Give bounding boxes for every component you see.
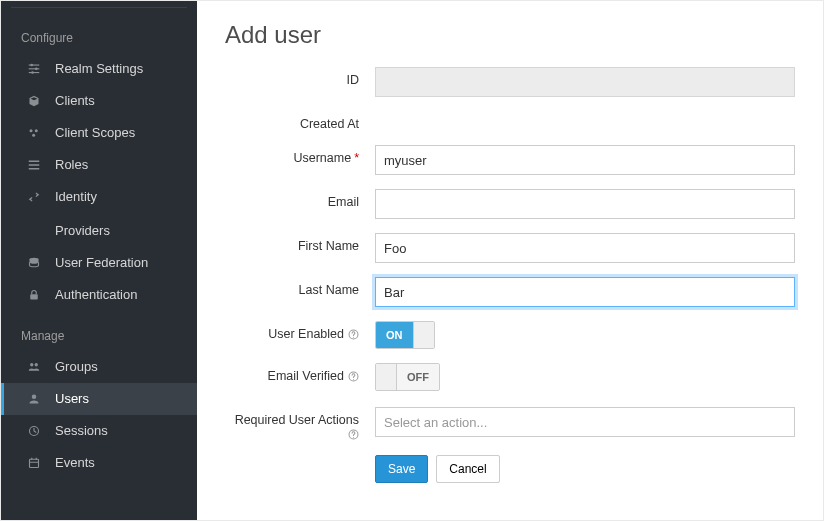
sidebar-item-client-scopes[interactable]: Client Scopes <box>1 117 197 149</box>
required-star: * <box>354 151 359 165</box>
sidebar-item-clients[interactable]: Clients <box>1 85 197 117</box>
required-actions-select[interactable]: Select an action... <box>375 407 795 437</box>
sidebar-item-label: User Federation <box>55 255 177 271</box>
cancel-button[interactable]: Cancel <box>436 455 499 483</box>
row-enabled: User Enabled ON <box>225 321 795 349</box>
svg-rect-13 <box>30 294 38 299</box>
sidebar-item-label-2: Providers <box>27 223 177 239</box>
button-row: Save Cancel <box>375 455 795 483</box>
calendar-icon <box>27 456 41 470</box>
svg-rect-9 <box>29 161 40 163</box>
svg-point-8 <box>32 134 35 137</box>
svg-point-4 <box>35 68 38 71</box>
svg-point-15 <box>35 363 38 366</box>
row-created: Created At <box>225 111 795 131</box>
row-actions: Required User Actions Select an action..… <box>225 407 795 441</box>
help-icon[interactable] <box>348 369 359 383</box>
row-first: First Name <box>225 233 795 263</box>
row-email: Email <box>225 189 795 219</box>
email-input[interactable] <box>375 189 795 219</box>
sidebar-item-label: Sessions <box>55 423 177 439</box>
sidebar-item-label: Client Scopes <box>55 125 177 141</box>
sidebar-item-authentication[interactable]: Authentication <box>1 279 197 311</box>
sidebar-item-realm-settings[interactable]: Realm Settings <box>1 53 197 85</box>
svg-rect-11 <box>29 168 40 170</box>
first-name-input[interactable] <box>375 233 795 263</box>
svg-point-6 <box>30 129 33 132</box>
group-icon <box>27 360 41 374</box>
save-button[interactable]: Save <box>375 455 428 483</box>
label-id: ID <box>225 67 375 87</box>
label-created: Created At <box>225 111 375 131</box>
label-email: Email <box>225 189 375 209</box>
user-enabled-toggle[interactable]: ON <box>375 321 435 349</box>
clock-icon <box>27 424 41 438</box>
sidebar-item-label: Events <box>55 455 177 471</box>
toggle-off-label: OFF <box>397 364 439 390</box>
svg-rect-0 <box>29 65 40 66</box>
exchange-icon <box>27 190 41 204</box>
toggle-on-label: ON <box>376 322 413 348</box>
username-input[interactable] <box>375 145 795 175</box>
label-enabled: User Enabled <box>225 321 375 341</box>
label-first: First Name <box>225 233 375 253</box>
sidebar-item-label: Groups <box>55 359 177 375</box>
nav-configure: Realm Settings Clients Client Scopes Rol… <box>1 53 197 311</box>
label-username: Username* <box>225 145 375 165</box>
scopes-icon <box>27 126 41 140</box>
svg-rect-2 <box>29 72 40 73</box>
row-username: Username* <box>225 145 795 175</box>
sidebar-item-roles[interactable]: Roles <box>1 149 197 181</box>
select-placeholder: Select an action... <box>384 415 487 430</box>
svg-point-16 <box>32 395 37 400</box>
row-id: ID <box>225 67 795 97</box>
sidebar-item-label: Roles <box>55 157 177 173</box>
database-icon <box>27 256 41 270</box>
svg-rect-18 <box>30 459 39 467</box>
sidebar-item-label: Clients <box>55 93 177 109</box>
svg-point-5 <box>31 71 34 74</box>
toggle-knob <box>413 322 434 348</box>
page-title: Add user <box>225 21 795 49</box>
list-icon <box>27 158 41 172</box>
label-last: Last Name <box>225 277 375 297</box>
section-manage: Manage <box>1 311 197 351</box>
sidebar-item-users[interactable]: Users <box>1 383 197 415</box>
sidebar: Configure Realm Settings Clients Client … <box>1 1 197 520</box>
main-content: Add user ID Created At Username* Email F… <box>197 1 823 520</box>
sidebar-item-label: Authentication <box>55 287 177 303</box>
sidebar-item-user-federation[interactable]: User Federation <box>1 247 197 279</box>
label-actions: Required User Actions <box>225 407 375 441</box>
label-verified: Email Verified <box>225 363 375 383</box>
sidebar-item-identity-providers[interactable]: Identity Providers <box>1 181 197 247</box>
svg-rect-10 <box>29 164 40 166</box>
cube-icon <box>27 94 41 108</box>
svg-rect-1 <box>29 68 40 69</box>
help-icon[interactable] <box>348 427 359 441</box>
sidebar-item-sessions[interactable]: Sessions <box>1 415 197 447</box>
svg-point-3 <box>30 64 33 67</box>
sidebar-item-label: Users <box>55 391 177 407</box>
row-last: Last Name <box>225 277 795 307</box>
section-configure: Configure <box>1 13 197 53</box>
user-icon <box>27 392 41 406</box>
svg-point-7 <box>35 129 38 132</box>
help-icon[interactable] <box>348 327 359 341</box>
lock-icon <box>27 288 41 302</box>
id-field <box>375 67 795 97</box>
email-verified-toggle[interactable]: OFF <box>375 363 440 391</box>
sliders-icon <box>27 62 41 76</box>
nav-manage: Groups Users Sessions Events <box>1 351 197 479</box>
sidebar-item-events[interactable]: Events <box>1 447 197 479</box>
sidebar-item-label: Realm Settings <box>55 61 177 77</box>
toggle-knob <box>376 364 397 390</box>
last-name-input[interactable] <box>375 277 795 307</box>
svg-point-14 <box>30 363 33 366</box>
sidebar-item-groups[interactable]: Groups <box>1 351 197 383</box>
sidebar-item-label: Identity <box>55 189 177 205</box>
row-verified: Email Verified OFF <box>225 363 795 393</box>
